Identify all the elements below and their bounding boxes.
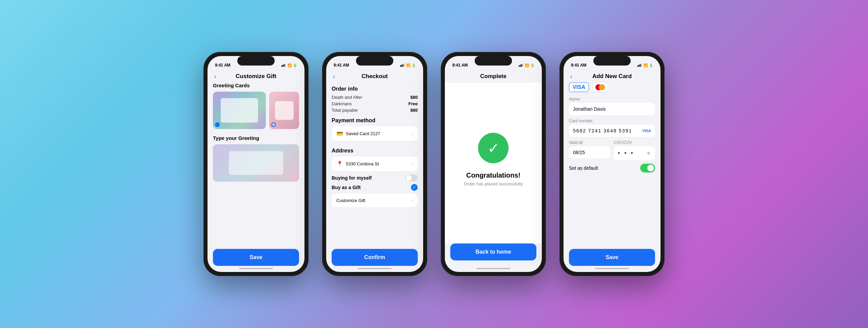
complete-screen: ✓ Congratulations! Order has placed succ… <box>445 83 542 243</box>
set-as-default-label: Set as default <box>569 165 598 171</box>
nav-bar-2: ‹ Checkout <box>326 72 423 83</box>
nav-title-1: Customize Gift <box>236 73 276 80</box>
battery-icon-3: 🔋 <box>530 63 534 67</box>
cvc-label: CVC/CVV <box>614 140 655 145</box>
battery-icon-2: 🔋 <box>412 63 416 67</box>
battery-icon-4: 🔋 <box>649 63 653 67</box>
status-icons-1: 📶 🔋 <box>281 63 297 67</box>
svg-rect-2 <box>284 64 284 67</box>
svg-rect-8 <box>519 65 519 67</box>
order-row-2: Darkmans Free <box>332 101 418 106</box>
valid-till-label: Valid till <box>569 140 610 145</box>
svg-rect-13 <box>639 65 639 67</box>
phone-3: 9:41 AM 📶 🔋 Complete ✓ Congratulations! … <box>441 52 546 276</box>
mc-right-circle <box>599 84 605 90</box>
chevron-gift: › <box>411 198 413 203</box>
card-brands-row: VISA <box>569 83 655 92</box>
valid-till-input[interactable]: 08/25 <box>569 146 610 159</box>
nav-title-2: Checkout <box>361 73 388 80</box>
nav-title-3: Complete <box>480 73 506 80</box>
buying-myself-toggle[interactable] <box>406 175 418 181</box>
greeting-cards-row <box>213 92 299 129</box>
eye-icon[interactable]: 👁 <box>646 151 651 156</box>
svg-rect-10 <box>521 64 522 67</box>
name-input[interactable]: Jonathan Davis <box>569 103 655 115</box>
add-card-screen: VISA Name Jonathan Davis Card number 568… <box>564 83 660 245</box>
svg-rect-6 <box>402 64 403 67</box>
customize-gift-row[interactable]: Customize Gift › <box>332 194 418 207</box>
confirm-btn-area: Confirm <box>326 245 423 266</box>
order-label-2: Darkmans <box>332 101 352 106</box>
confirm-button[interactable]: Confirm <box>332 249 418 266</box>
chevron-card: › <box>411 131 413 136</box>
signal-icon-2 <box>400 63 405 67</box>
notch-4 <box>593 56 631 66</box>
address-row[interactable]: 📍 5330 Cordova St › <box>332 157 418 171</box>
buying-myself-row: Buying for myself <box>332 175 418 181</box>
back-button-2[interactable]: ‹ <box>333 73 335 80</box>
buy-as-gift-checkbox[interactable]: ✓ <box>411 184 418 191</box>
nav-bar-4: ‹ Add New Card <box>564 72 660 83</box>
save-button-4[interactable]: Save <box>569 249 655 266</box>
notch-1 <box>237 56 275 66</box>
cvc-input[interactable]: • • • 👁 <box>614 146 655 160</box>
buying-myself-label: Buying for myself <box>332 175 372 181</box>
svg-rect-4 <box>400 65 401 67</box>
status-time-4: 9:41 AM <box>571 63 587 68</box>
card-number-label: Card number <box>569 119 655 123</box>
saved-card-row[interactable]: 💳 Saved Card 2127 › <box>332 126 418 141</box>
save-btn-area-4: Save <box>564 245 660 266</box>
address-value: 5330 Cordova St <box>346 161 379 166</box>
congrats-title: Congratulations! <box>466 171 520 179</box>
signal-icon-4 <box>637 63 642 67</box>
set-as-default-toggle[interactable] <box>640 164 655 172</box>
back-to-home-button[interactable]: Back to home <box>450 243 536 260</box>
order-value-3: $80 <box>410 108 418 113</box>
visa-badge[interactable]: VISA <box>569 83 589 92</box>
svg-rect-12 <box>637 65 638 67</box>
greeting-textarea[interactable] <box>213 144 299 182</box>
card-2[interactable] <box>269 92 299 129</box>
card-inner-1 <box>221 98 258 123</box>
svg-rect-1 <box>283 65 283 67</box>
chevron-address: › <box>411 161 413 167</box>
buy-as-gift-label: Buy as a Gift <box>332 185 361 190</box>
congrats-sub: Order has placed successfully <box>464 181 522 186</box>
phone-1: 9:41 AM 📶 🔋 ‹ Customize Gift Greeting Ca… <box>203 52 309 276</box>
svg-rect-9 <box>520 65 521 67</box>
address-title: Address <box>332 148 418 154</box>
success-check-icon: ✓ <box>488 140 499 157</box>
save-button-1[interactable]: Save <box>213 249 299 266</box>
status-time-2: 9:41 AM <box>334 63 349 68</box>
back-button-1[interactable]: ‹ <box>214 73 216 80</box>
wifi-icon: 📶 <box>288 63 292 67</box>
status-icons-2: 📶 🔋 <box>400 63 416 67</box>
status-time-3: 9:41 AM <box>452 63 468 68</box>
card-1[interactable] <box>213 92 266 129</box>
phone-4: 9:41 AM 📶 🔋 ‹ Add New Card VISA <box>559 52 665 276</box>
mastercard-badge[interactable] <box>592 83 608 92</box>
nav-bar-3: Complete <box>445 72 542 83</box>
screen-content-1: Greeting Cards Type your Greeting <box>208 83 304 245</box>
svg-rect-11 <box>522 63 523 67</box>
order-value-2: Free <box>409 101 418 106</box>
card-icon: 💳 <box>336 130 343 137</box>
order-label-1: Death and After <box>332 95 362 100</box>
nav-bar-1: ‹ Customize Gift <box>208 72 304 83</box>
svg-rect-0 <box>281 65 282 67</box>
back-button-4[interactable]: ‹ <box>570 73 572 80</box>
success-circle: ✓ <box>478 133 509 163</box>
customize-gift-label: Customize Gift <box>336 198 365 203</box>
card-number-value: 5682 7241 3648 5391 <box>573 128 632 133</box>
valid-cvc-row: Valid till 08/25 CVC/CVV • • • 👁 <box>569 140 655 160</box>
cvc-value: • • • <box>618 150 634 157</box>
buy-as-gift-row: Buy as a Gift ✓ <box>332 184 418 191</box>
svg-rect-15 <box>641 63 642 67</box>
greeting-cards-title: Greeting Cards <box>213 83 299 88</box>
card-1-selected <box>215 122 220 127</box>
status-icons-3: 📶 🔋 <box>519 63 534 67</box>
payment-method-title: Payment method <box>332 117 418 124</box>
card-number-row[interactable]: 5682 7241 3648 5391 VISA <box>569 125 655 137</box>
greeting-textarea-inner <box>229 151 283 175</box>
order-label-3: Total payable <box>332 108 358 113</box>
